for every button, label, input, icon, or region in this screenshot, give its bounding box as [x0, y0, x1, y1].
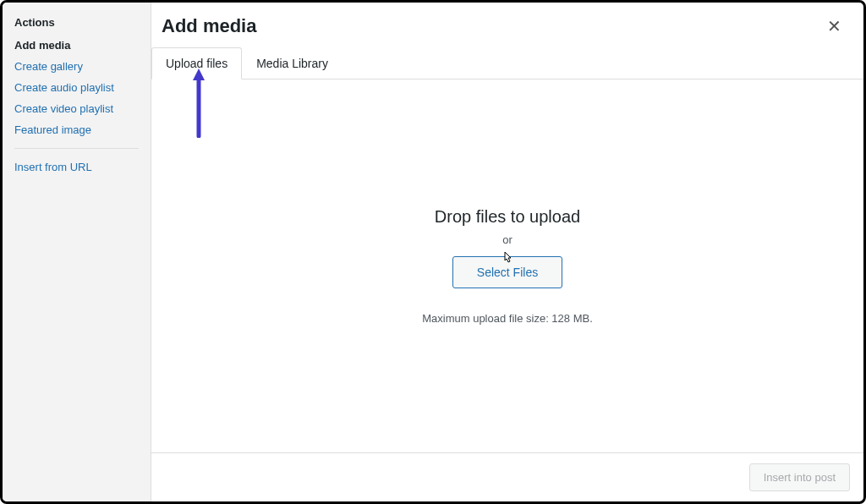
sidebar-heading: Actions	[14, 16, 139, 29]
sidebar-link-create-video-playlist[interactable]: Create video playlist	[14, 102, 139, 115]
tab-upload-files[interactable]: Upload files	[151, 47, 242, 79]
sidebar-divider	[14, 148, 139, 149]
select-files-button[interactable]: Select Files	[452, 256, 562, 288]
sidebar-link-featured-image[interactable]: Featured image	[14, 123, 139, 136]
modal-footer: Insert into post	[151, 452, 863, 501]
close-button[interactable]: ✕	[820, 13, 848, 40]
sidebar-link-create-audio-playlist[interactable]: Create audio playlist	[14, 81, 139, 94]
sidebar-link-insert-from-url[interactable]: Insert from URL	[14, 161, 139, 173]
sidebar-item-add-media[interactable]: Add media	[14, 39, 139, 52]
insert-into-post-button[interactable]: Insert into post	[749, 463, 850, 491]
main-panel: Add media ✕ Upload files Media Library D…	[151, 3, 863, 501]
tabs-bar: Upload files Media Library	[151, 47, 863, 79]
drop-files-title: Drop files to upload	[435, 207, 580, 227]
close-icon: ✕	[827, 17, 841, 36]
drop-or-text: or	[502, 233, 512, 246]
max-upload-size-text: Maximum upload file size: 128 MB.	[422, 312, 593, 325]
upload-content: Drop files to upload or Select Files Max…	[151, 79, 863, 452]
actions-sidebar: Actions Add media Create gallery Create …	[3, 3, 151, 501]
sidebar-link-create-gallery[interactable]: Create gallery	[14, 60, 139, 73]
modal-header: Add media ✕	[151, 3, 863, 47]
modal-title: Add media	[162, 15, 256, 37]
tab-media-library[interactable]: Media Library	[242, 47, 343, 79]
